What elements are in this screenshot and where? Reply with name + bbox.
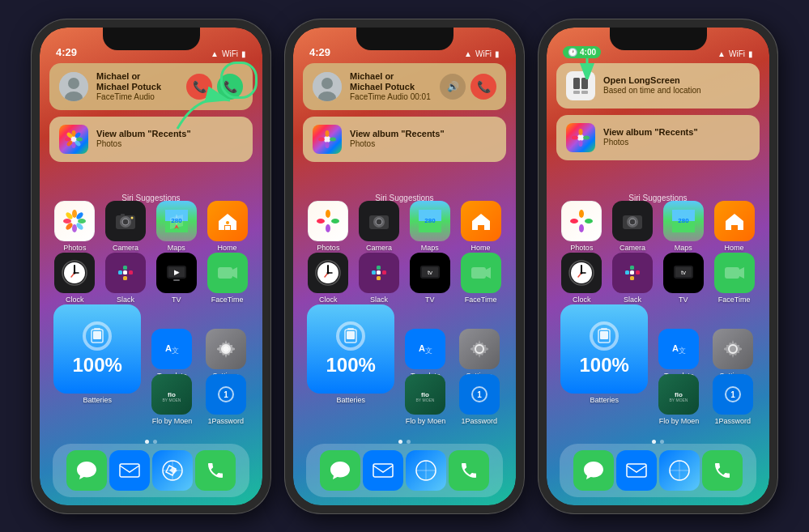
svg-rect-94 [377,270,381,275]
facetime-notification-2[interactable]: Michael orMichael Potuck FaceTime Audio … [303,63,506,110]
app-clock-1[interactable]: Clock [51,253,98,304]
app-home-2[interactable]: Home [458,201,505,252]
dock-phone-3[interactable] [702,450,743,491]
app-row-4-3: floBY MOEN Flo by Moen 1 1Password [547,374,769,425]
dock-phone-1[interactable] [195,450,236,491]
photos-icon-1 [59,125,88,154]
app-facetime-2[interactable]: FaceTime [458,253,505,304]
svg-point-78 [317,219,325,223]
battery-circle-2 [336,321,365,351]
photos-notification-2[interactable]: View album "Recents" Photos [303,117,506,162]
dock-safari-2[interactable] [406,450,446,491]
app-home-3[interactable]: Home [711,201,758,252]
app-tv-2[interactable]: tv TV [407,253,453,304]
app-flo-3[interactable]: floBY MOEN Flo by Moen [655,374,702,425]
svg-text:1: 1 [224,390,228,399]
app-photos-2[interactable]: Photos [304,201,351,252]
app-translate-3[interactable]: A文 Translate [655,329,702,380]
app-translate-2[interactable]: A文 Translate [402,329,449,380]
app-facetime-1[interactable]: FaceTime [204,253,251,304]
app-settings-2[interactable]: Settings [456,329,503,380]
app-row-2-3: Clock Slack tv TV FaceTime [547,253,769,304]
app-flo-2[interactable]: floBY MOEN Flo by Moen [402,374,449,425]
app-photos-3[interactable]: Photos [558,201,605,252]
svg-text:1: 1 [730,390,735,399]
photos-notification-3[interactable]: View album "Recents" Photos [556,115,760,160]
svg-rect-144 [630,266,634,270]
app-flo-label-2: Flo by Moen [406,417,446,425]
svg-text:文: 文 [425,347,432,355]
app-home-label-3: Home [725,244,744,252]
app-home-1[interactable]: Home [204,201,251,252]
svg-rect-100 [471,267,486,279]
app-facetime-3[interactable]: FaceTime [711,253,758,304]
svg-rect-95 [377,276,381,280]
svg-point-16 [78,219,86,223]
app-1password-2[interactable]: 1 1Password [456,374,503,425]
photos-title-3: View album "Recents" [603,127,750,138]
svg-marker-48 [232,267,237,279]
app-tv-1[interactable]: ▶ tv TV [153,253,200,304]
app-maps-label-2: Maps [421,244,439,252]
svg-text:BY MOEN: BY MOEN [670,398,688,402]
photos-subtitle-2: Photos [350,139,496,149]
app-slack-3[interactable]: Slack [609,253,656,304]
app-clock-label-1: Clock [66,296,84,304]
svg-point-79 [331,219,339,223]
battery-pct-1: 100% [72,354,121,377]
app-slack-2[interactable]: Slack [356,253,402,304]
phone-3-frame: 🕐 4:00 ▲ WiFi ▮ [539,19,777,513]
svg-point-129 [570,219,578,223]
svg-rect-39 [123,270,127,275]
svg-text:BY MOEN: BY MOEN [416,398,435,402]
svg-rect-155 [600,331,608,339]
app-camera-1[interactable]: Camera [102,201,149,252]
app-camera-2[interactable]: Camera [356,201,402,252]
app-1password-1[interactable]: 1 1Password [202,374,249,425]
app-tv-3[interactable]: tv TV [660,253,707,304]
app-photos-label-2: Photos [317,244,339,252]
app-maps-3[interactable]: 280 Maps [660,201,707,252]
app-row-2-2: Clock Slack tv TV [293,253,516,304]
app-facetime-label-2: FaceTime [465,296,497,304]
app-flo-1[interactable]: flo BY MOEN Flo by Moen [148,374,195,425]
app-clock-2[interactable]: Clock [304,253,351,304]
app-photos-1[interactable]: Photos [51,201,98,252]
app-maps-2[interactable]: 280 Maps [407,201,453,252]
dock-mail-3[interactable] [616,450,657,491]
svg-point-36 [74,271,76,274]
svg-point-75 [324,217,332,225]
dock-safari-1[interactable] [152,450,193,491]
dock-mail-2[interactable] [363,450,403,491]
app-1password-3[interactable]: 1 1Password [709,374,756,425]
dock-messages-1[interactable] [66,450,107,491]
svg-point-71 [326,130,330,137]
app-translate-1[interactable]: A 文 Translate [148,329,195,380]
dock-messages-3[interactable] [573,450,614,491]
svg-point-126 [577,217,585,225]
svg-text:tv: tv [681,269,686,276]
decline-button-2[interactable]: 📞 [470,74,496,100]
app-clock-3[interactable]: Clock [558,253,605,304]
app-camera-3[interactable]: Camera [609,201,656,252]
photos-text-2: View album "Recents" Photos [350,129,496,149]
app-maps-1[interactable]: 280 Maps [153,201,200,252]
mute-button-2[interactable]: 🔊 [440,74,466,100]
battery-pct-3: 100% [579,354,628,377]
svg-rect-147 [636,270,640,275]
phone-2-screen: 4:29 ▲ WiFi ▮ [293,28,516,505]
app-settings-1[interactable]: Settings [202,329,249,380]
app-tv-label-2: TV [425,296,435,304]
app-camera-label-2: Camera [366,244,392,252]
dock-phone-2[interactable] [449,450,489,491]
svg-point-121 [577,134,584,141]
app-settings-3[interactable]: Settings [709,329,756,380]
svg-rect-163 [627,464,646,477]
app-slack-1[interactable]: Slack [102,253,149,304]
dock-mail-1[interactable] [109,450,150,491]
pill-time: 4:00 [580,48,596,57]
app-tv-label-3: TV [679,296,688,304]
dock-safari-3[interactable] [659,450,700,491]
dock-messages-2[interactable] [320,450,360,491]
app-slack-label-1: Slack [117,296,134,304]
